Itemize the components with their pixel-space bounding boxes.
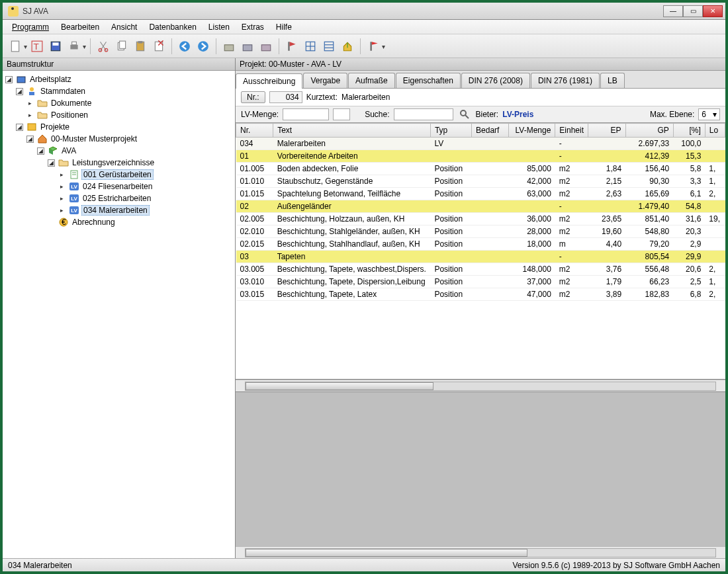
tab-vergabe[interactable]: Vergabe: [303, 73, 347, 88]
col-header[interactable]: Bedarf: [472, 124, 509, 138]
tree-lv-024[interactable]: ▸ LV 024 Fliesenarbeiten: [4, 181, 234, 192]
forward-icon[interactable]: [195, 38, 212, 55]
col-header[interactable]: Lo: [705, 124, 725, 138]
svg-line-38: [465, 115, 469, 118]
delete-icon[interactable]: ✕: [150, 38, 167, 55]
print-icon[interactable]: [66, 38, 83, 55]
table-row[interactable]: 02.005Beschichtung, Holzzaun, außen, KHP…: [236, 213, 725, 226]
table-row[interactable]: 03.015Beschichtung, Tapete, LatexPositio…: [236, 288, 725, 301]
new-icon[interactable]: [7, 38, 24, 55]
tree-view[interactable]: ◢ Arbeitsplatz ◢ Stammdaten ▸ Dokumente …: [3, 71, 235, 558]
back-icon[interactable]: [176, 38, 193, 55]
tab-aufmasse[interactable]: Aufmaße: [348, 73, 395, 88]
tool-c-icon[interactable]: [257, 38, 275, 55]
status-right: Version 9.5.6 (c) 1989-2013 by SJ Softwa…: [512, 561, 720, 570]
menu-programm[interactable]: Programm: [7, 21, 54, 33]
minimize-button[interactable]: —: [663, 5, 683, 17]
tab-din1981[interactable]: DIN 276 (1981): [531, 73, 600, 88]
window-title: SJ AVA: [23, 7, 663, 16]
table-row[interactable]: 02Außengeländer-1.479,4054,8: [236, 200, 725, 213]
table-row[interactable]: 02.010Beschichtung, Stahlgeländer, außen…: [236, 226, 725, 238]
table-row[interactable]: 01.010Staubschutz, GegenständePosition42…: [236, 175, 725, 188]
h-scrollbar[interactable]: [236, 380, 725, 391]
col-header[interactable]: Einheit: [555, 124, 588, 138]
table-row[interactable]: 01.005Boden abdecken, FoliePosition85,00…: [236, 163, 725, 175]
text-icon[interactable]: T: [28, 38, 46, 55]
new-dropdown-icon[interactable]: [25, 42, 27, 51]
col-header[interactable]: EP: [588, 124, 625, 138]
sidebar: Baumstruktur ◢ Arbeitsplatz ◢ Stammdaten…: [3, 58, 236, 558]
bieter-value[interactable]: LV-Preis: [502, 110, 533, 119]
col-header[interactable]: LV-Menge: [509, 124, 555, 138]
col-header[interactable]: Typ: [430, 124, 471, 138]
nr-button[interactable]: Nr.:: [241, 91, 265, 103]
suche-input[interactable]: [394, 108, 453, 120]
tree-lv-034[interactable]: ▸ LV 034 Malerarbeiten: [4, 204, 234, 216]
menu-ansicht[interactable]: Ansicht: [106, 21, 142, 33]
tree-musterprojekt[interactable]: ◢ 00-Muster Musterprojekt: [4, 133, 234, 145]
col-header[interactable]: Nr.: [236, 124, 273, 138]
menu-datenbanken[interactable]: Datenbanken: [144, 21, 201, 33]
table-row[interactable]: 01Vorbereitende Arbeiten-412,3915,3: [236, 150, 725, 163]
tool-a-icon[interactable]: [220, 38, 238, 55]
tree-lv-folder[interactable]: ◢ Leistungsverzeichnisse: [4, 157, 234, 169]
lvmenge-input[interactable]: [283, 108, 329, 120]
detail-panel: [236, 391, 725, 558]
table-row[interactable]: 02.015Beschichtung, Stahlhandlauf, außen…: [236, 238, 725, 251]
tab-eigenschaften[interactable]: Eigenschaften: [396, 73, 461, 88]
cut-icon[interactable]: [95, 38, 112, 55]
svg-point-37: [461, 110, 466, 116]
tree-dokumente[interactable]: ▸ Dokumente: [4, 97, 234, 109]
svg-text:€: €: [62, 218, 66, 227]
svg-rect-31: [28, 124, 36, 130]
save-icon[interactable]: [47, 38, 64, 55]
col-header[interactable]: [%]: [673, 124, 705, 138]
lvmenge-unit-input[interactable]: [333, 108, 350, 120]
table-row[interactable]: 03.010Beschichtung, Tapete, Dispersion,L…: [236, 276, 725, 288]
close-button[interactable]: ✕: [703, 5, 723, 17]
tab-bar: Ausschreibung Vergabe Aufmaße Eigenschaf…: [236, 71, 725, 89]
maximize-button[interactable]: ▭: [683, 5, 703, 17]
search-icon[interactable]: [459, 109, 470, 120]
flag-icon[interactable]: [283, 38, 300, 55]
red-flag-icon[interactable]: [365, 38, 382, 55]
menu-listen[interactable]: Listen: [203, 21, 235, 33]
export-icon[interactable]: [339, 38, 356, 55]
grid-b-icon[interactable]: [320, 38, 338, 55]
table-row[interactable]: 034MalerarbeitenLV-2.697,33100,0: [236, 138, 725, 150]
menu-hilfe[interactable]: Hilfe: [271, 21, 297, 33]
tab-ausschreibung[interactable]: Ausschreibung: [236, 73, 302, 89]
projekte-icon: [26, 122, 37, 132]
tree-ava[interactable]: ◢ AVA: [4, 145, 234, 157]
red-flag-dropdown-icon[interactable]: [383, 42, 385, 51]
tree-lv-025[interactable]: ▸ LV 025 Estricharbeiten: [4, 192, 234, 204]
tree-projekte[interactable]: ◢ Projekte: [4, 121, 234, 133]
table-row[interactable]: 03Tapeten-805,5429,9: [236, 251, 725, 263]
tree-root[interactable]: ◢ Arbeitsplatz: [4, 73, 234, 85]
table-row[interactable]: 03.005Beschichtung, Tapete, waschbest,Di…: [236, 263, 725, 276]
tree-stammdaten[interactable]: ◢ Stammdaten: [4, 85, 234, 97]
maxebene-select[interactable]: 6▾: [698, 108, 720, 120]
menu-bearbeiten[interactable]: Bearbeiten: [56, 21, 105, 33]
col-header[interactable]: GP: [625, 124, 673, 138]
data-grid[interactable]: Nr.TextTypBedarfLV-MengeEinheitEPGP[%]Lo…: [236, 123, 725, 380]
svg-point-16: [198, 41, 208, 52]
detail-h-scrollbar[interactable]: [236, 546, 725, 558]
table-row[interactable]: 01.015Spachtelung Betonwand, TeilflächeP…: [236, 188, 725, 200]
print-dropdown-icon[interactable]: [84, 42, 86, 51]
menu-extras[interactable]: Extras: [236, 21, 269, 33]
tab-lb[interactable]: LB: [600, 73, 625, 88]
paste-icon[interactable]: [132, 38, 149, 55]
svg-text:✕: ✕: [157, 40, 165, 48]
tree-lv-001[interactable]: ▸ 001 Gerüstarbeiten: [4, 169, 234, 181]
col-header[interactable]: Text: [273, 124, 431, 138]
grid-a-icon[interactable]: [302, 38, 319, 55]
tree-positionen[interactable]: ▸ Positionen: [4, 109, 234, 121]
app-icon: [8, 6, 19, 17]
tree-abrechnung[interactable]: € Abrechnung: [4, 216, 234, 228]
svg-text:T: T: [33, 41, 38, 51]
svg-rect-10: [120, 41, 126, 48]
tab-din2008[interactable]: DIN 276 (2008): [461, 73, 530, 88]
tool-b-icon[interactable]: [239, 38, 256, 55]
copy-icon[interactable]: [113, 38, 130, 55]
